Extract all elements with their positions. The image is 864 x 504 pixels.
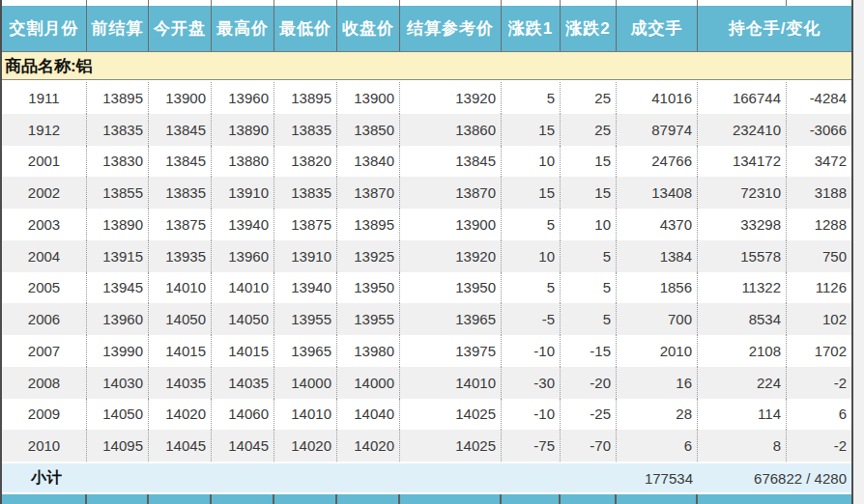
cell: 1288 bbox=[787, 209, 851, 240]
cell: 14095 bbox=[87, 430, 149, 462]
table-header-row: 交割月份前结算今开盘最高价最低价收盘价结算参考价涨跌1涨跌2成交手持仓手/变化 bbox=[2, 6, 851, 51]
table-row: 1911138951390013960138951390013920525410… bbox=[2, 82, 851, 114]
cell: 13965 bbox=[274, 335, 337, 367]
cell: 1702 bbox=[787, 335, 851, 367]
quotes-table: 交割月份前结算今开盘最高价最低价收盘价结算参考价涨跌1涨跌2成交手持仓手/变化 … bbox=[0, 0, 853, 504]
cell: -4284 bbox=[787, 82, 851, 114]
cell: 1911 bbox=[2, 82, 87, 114]
cell: 5 bbox=[561, 240, 617, 272]
cell: 14035 bbox=[149, 367, 212, 399]
strip-cell bbox=[274, 494, 337, 504]
strip-cell bbox=[561, 494, 617, 504]
cell: 5 bbox=[502, 272, 561, 304]
cell: 232410 bbox=[698, 114, 787, 146]
cell: 13940 bbox=[212, 209, 274, 240]
cell: 13875 bbox=[149, 209, 212, 240]
subtotal-open-interest-change: 676822 / 4280 bbox=[698, 470, 851, 487]
cell: 5 bbox=[561, 303, 617, 335]
cell: 2008 bbox=[2, 367, 87, 399]
cell: 15578 bbox=[698, 240, 787, 272]
cell: 1856 bbox=[617, 272, 698, 304]
cell: 14045 bbox=[149, 430, 212, 462]
cell: 3472 bbox=[787, 146, 851, 178]
product-name-row: 商品名称:铝 bbox=[2, 51, 851, 80]
column-header: 收盘价 bbox=[337, 6, 400, 51]
cell: 13870 bbox=[337, 177, 400, 209]
cell: 13950 bbox=[337, 272, 400, 304]
cell: 10 bbox=[502, 240, 561, 272]
column-header: 成交手 bbox=[617, 6, 698, 51]
column-header: 持仓手/变化 bbox=[698, 6, 851, 51]
column-header: 涨跌1 bbox=[502, 6, 561, 51]
cell: 2010 bbox=[2, 430, 87, 462]
cell: 13880 bbox=[212, 146, 274, 178]
cell: 5 bbox=[502, 209, 561, 240]
cell: 13910 bbox=[274, 240, 337, 272]
cell: 10 bbox=[561, 209, 617, 240]
cell: 13980 bbox=[337, 335, 400, 367]
cell: 5 bbox=[561, 272, 617, 304]
cell: 13890 bbox=[212, 114, 274, 146]
cell: 1384 bbox=[617, 240, 698, 272]
strip-cell bbox=[87, 494, 149, 504]
cell: 224 bbox=[698, 367, 787, 399]
cell: 14060 bbox=[212, 399, 274, 431]
subtotal-row: 小计 177534 676822 / 4280 bbox=[2, 463, 851, 492]
strip-cell bbox=[617, 494, 698, 504]
cell: 13920 bbox=[400, 240, 502, 272]
cell: 13835 bbox=[149, 177, 212, 209]
cell: 13830 bbox=[87, 146, 149, 178]
cell: 2004 bbox=[2, 240, 87, 272]
cell: 13900 bbox=[400, 209, 502, 240]
cell: -30 bbox=[502, 367, 561, 399]
cell: 114 bbox=[698, 399, 787, 431]
cell: 13955 bbox=[274, 303, 337, 335]
cell: 41016 bbox=[617, 82, 698, 114]
cell: 13890 bbox=[87, 209, 149, 240]
table-row: 1912138351384513890138351385013860152587… bbox=[2, 114, 851, 146]
table-row: 2007139901401514015139651398013975-10-15… bbox=[2, 335, 851, 367]
cell: 13965 bbox=[400, 303, 502, 335]
subtotal-volume: 177534 bbox=[617, 470, 698, 487]
cell: 15 bbox=[561, 177, 617, 209]
cell: -20 bbox=[561, 367, 617, 399]
cell: 13975 bbox=[400, 335, 502, 367]
cell: 2002 bbox=[2, 177, 87, 209]
cell: 10 bbox=[502, 146, 561, 178]
strip-cell bbox=[400, 494, 502, 504]
cell: -75 bbox=[502, 430, 561, 462]
cell: 5 bbox=[502, 82, 561, 114]
table-row: 2005139451401014010139401395013950551856… bbox=[2, 272, 851, 304]
cell: -10 bbox=[502, 335, 561, 367]
cell: 2001 bbox=[2, 146, 87, 178]
cell: 13845 bbox=[149, 114, 212, 146]
cell: 102 bbox=[787, 303, 851, 335]
cell: 14045 bbox=[212, 430, 274, 462]
cell: 14025 bbox=[400, 399, 502, 431]
cell: -70 bbox=[561, 430, 617, 462]
cell: 15 bbox=[502, 177, 561, 209]
cell: 13940 bbox=[274, 272, 337, 304]
cell: 13835 bbox=[274, 114, 337, 146]
cell: 134172 bbox=[698, 146, 787, 178]
cell: 14025 bbox=[400, 430, 502, 462]
column-header: 最低价 bbox=[274, 6, 337, 51]
subtotal-label: 小计 bbox=[2, 468, 617, 489]
cell: -25 bbox=[561, 399, 617, 431]
cell: 13850 bbox=[337, 114, 400, 146]
cell: 13820 bbox=[274, 146, 337, 178]
cell: 13845 bbox=[400, 146, 502, 178]
cell: 13835 bbox=[274, 177, 337, 209]
cell: -2 bbox=[787, 430, 851, 462]
cell: 2006 bbox=[2, 303, 87, 335]
cell: 14010 bbox=[149, 272, 212, 304]
cell: -5 bbox=[502, 303, 561, 335]
cell: 14040 bbox=[337, 399, 400, 431]
cell: 750 bbox=[787, 240, 851, 272]
cell: 13955 bbox=[337, 303, 400, 335]
cell: 13990 bbox=[87, 335, 149, 367]
cell: 14030 bbox=[87, 367, 149, 399]
cell: 14050 bbox=[149, 303, 212, 335]
cell: 13860 bbox=[400, 114, 502, 146]
cell: 13915 bbox=[87, 240, 149, 272]
